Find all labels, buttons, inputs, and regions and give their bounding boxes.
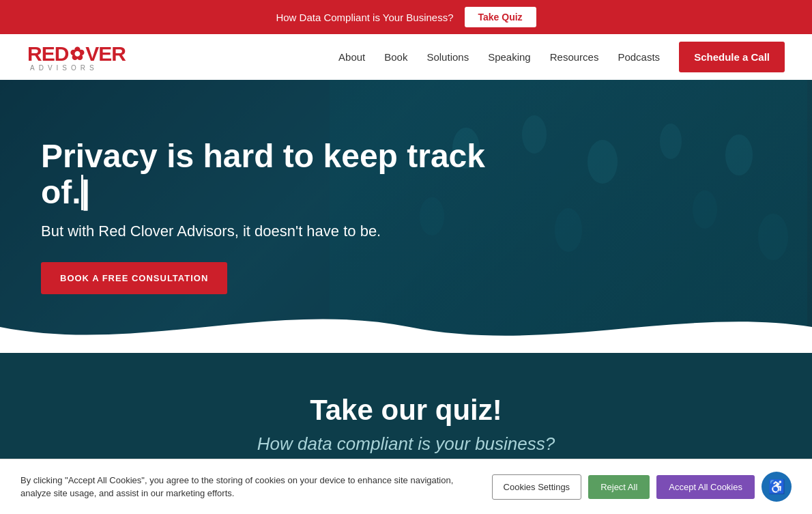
hero-title: Privacy is hard to keep track of.| xyxy=(41,139,519,211)
take-quiz-button[interactable]: Take Quiz xyxy=(465,7,536,27)
navbar: RED ✿ VER ADVISORS About Book Solutions … xyxy=(0,34,812,80)
svg-point-8 xyxy=(693,190,717,229)
accept-all-cookies-button[interactable]: Accept All Cookies xyxy=(656,475,755,483)
top-banner: How Data Compliant is Your Business? Tak… xyxy=(0,0,812,34)
cookies-settings-button[interactable]: Cookies Settings xyxy=(492,474,582,483)
nav-links: About Book Solutions Speaking Resources … xyxy=(338,51,785,63)
accessibility-icon: ♿ xyxy=(768,479,785,482)
hero-content: Privacy is hard to keep track of.| But w… xyxy=(41,139,519,295)
hero-section: Privacy is hard to keep track of.| But w… xyxy=(0,80,812,353)
nav-item-speaking[interactable]: Speaking xyxy=(488,51,531,63)
svg-point-4 xyxy=(660,124,682,159)
banner-text: How Data Compliant is Your Business? xyxy=(276,12,453,23)
nav-item-about[interactable]: About xyxy=(338,51,365,63)
nav-item-resources[interactable]: Resources xyxy=(550,51,599,63)
cookie-text: By clicking "Accept All Cookies", you ag… xyxy=(20,474,478,483)
svg-point-9 xyxy=(758,214,788,260)
svg-point-3 xyxy=(588,140,618,184)
reject-all-button[interactable]: Reject All xyxy=(588,475,650,483)
logo-clover-icon: ✿ xyxy=(70,44,84,65)
book-consultation-button[interactable]: BOOK A FREE CONSULTATION xyxy=(41,262,227,294)
svg-point-7 xyxy=(555,208,582,252)
schedule-call-button[interactable]: Schedule a Call xyxy=(679,51,785,63)
logo-advisors: ADVISORS xyxy=(30,64,98,72)
quiz-section-title: Take our quiz! xyxy=(27,394,785,427)
nav-item-podcasts[interactable]: Podcasts xyxy=(618,51,660,63)
cursor-blink: | xyxy=(81,175,83,211)
logo-red: RED xyxy=(27,42,68,66)
svg-point-5 xyxy=(725,134,753,175)
logo: RED ✿ VER ADVISORS xyxy=(27,42,126,72)
cookie-actions: Cookies Settings Reject All Accept All C… xyxy=(492,472,792,482)
hero-subtitle: But with Red Clover Advisors, it doesn't… xyxy=(41,223,519,240)
quiz-section-subtitle: How data compliant is your business? xyxy=(27,433,785,455)
hero-wave xyxy=(0,300,812,353)
cookie-banner: By clicking "Accept All Cookies", you ag… xyxy=(0,459,812,482)
logo-ver: VER xyxy=(85,42,126,66)
nav-item-book[interactable]: Book xyxy=(384,51,407,63)
svg-point-2 xyxy=(522,115,547,154)
accessibility-button[interactable]: ♿ xyxy=(762,472,792,482)
nav-item-solutions[interactable]: Solutions xyxy=(426,51,469,63)
